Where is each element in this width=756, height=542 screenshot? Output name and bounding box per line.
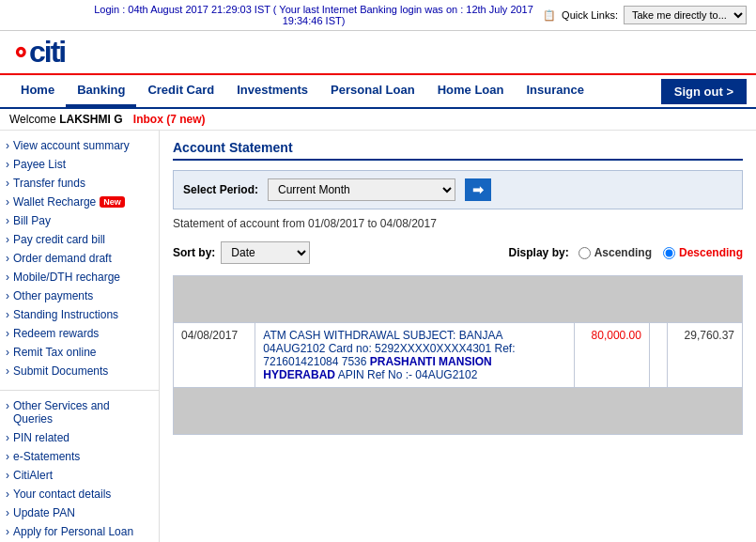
sidebar: View account summary Payee List Transfer… (0, 131, 160, 542)
nav-home[interactable]: Home (9, 75, 66, 107)
quick-links-icon: 📋 (543, 9, 556, 22)
sidebar-item-estatements[interactable]: e-Statements (0, 447, 159, 466)
transaction-credit (649, 323, 667, 388)
nav-banking[interactable]: Banking (66, 75, 136, 107)
nav-home-loan[interactable]: Home Loan (426, 75, 516, 107)
transaction-balance: 29,760.37 (668, 323, 743, 388)
content-title: Account Statement (173, 140, 743, 161)
login-info-text: Login : 04th August 2017 21:29:03 IST ( … (94, 4, 533, 26)
table-row: 04/08/2017 ATM CASH WITHDRAWAL SUBJECT: … (174, 323, 743, 388)
sidebar-item-remit-tax[interactable]: Remit Tax online (0, 343, 159, 362)
inbox-label[interactable]: Inbox (7 new) (133, 113, 206, 126)
select-period-label: Select Period: (183, 183, 258, 196)
sidebar-item-transfer-funds[interactable]: Transfer funds (0, 174, 159, 193)
sort-by-section: Sort by: Date Amount Description (173, 241, 310, 264)
nav-investments[interactable]: Investments (225, 75, 319, 107)
citi-logo-text: ⚬citi (9, 35, 65, 70)
logo-arc: ⚬ (9, 39, 29, 68)
sidebar-item-payee-list[interactable]: Payee List (0, 155, 159, 174)
sidebar-item-update-pan[interactable]: Update PAN (0, 503, 159, 522)
sidebar-item-other-payments[interactable]: Other payments (0, 286, 159, 305)
sidebar-item-wallet-recharge[interactable]: Wallet Recharge New (0, 193, 159, 211)
period-select[interactable]: Current Month Last Month Last 3 Months L… (268, 178, 455, 201)
content-area: Account Statement Select Period: Current… (160, 131, 756, 542)
gray-cell-top (174, 276, 743, 323)
table-row-gray-top (174, 276, 743, 323)
sidebar-item-pay-credit-card-bill[interactable]: Pay credit card bill (0, 230, 159, 249)
go-button[interactable]: ➡ (465, 178, 491, 201)
login-info: Login : 04th August 2017 21:29:03 IST ( … (85, 4, 543, 26)
sidebar-item-redeem-rewards[interactable]: Redeem rewards (0, 324, 159, 343)
sidebar-item-mobile-dth[interactable]: Mobile/DTH recharge (0, 268, 159, 286)
sort-by-label: Sort by: (173, 246, 215, 259)
welcome-prefix: Welcome (9, 113, 56, 126)
top-bar: Login : 04th August 2017 21:29:03 IST ( … (0, 0, 756, 31)
select-period-row: Select Period: Current Month Last Month … (173, 170, 743, 209)
ascending-label: Ascending (594, 246, 652, 259)
logo: ⚬citi (9, 35, 65, 70)
sidebar-item-pin-related[interactable]: PIN related (0, 428, 159, 447)
sidebar-item-view-account[interactable]: View account summary (0, 136, 159, 155)
inbox-count: 7 new (170, 113, 201, 126)
statement-info: Statement of account from 01/08/2017 to … (173, 217, 743, 230)
table-row-gray-bottom (174, 388, 743, 435)
sidebar-item-label: Wallet Recharge (13, 195, 96, 209)
sidebar-item-other-services[interactable]: Other Services and Queries (0, 396, 159, 428)
statement-table: 04/08/2017 ATM CASH WITHDRAWAL SUBJECT: … (173, 275, 743, 435)
sidebar-item-citialert[interactable]: CitiAlert (0, 466, 159, 485)
nav-bar: Home Banking Credit Card Investments Per… (0, 75, 756, 109)
welcome-name: LAKSHMI G (59, 113, 122, 126)
nav-insurance[interactable]: Insurance (515, 75, 594, 107)
nav-credit-card[interactable]: Credit Card (136, 75, 225, 107)
nav-links: Home Banking Credit Card Investments Per… (9, 75, 595, 107)
sidebar-item-apply-personal-loan[interactable]: Apply for Personal Loan (0, 522, 159, 541)
quick-links-section: 📋 Quick Links: Take me directly to... (543, 6, 747, 24)
sidebar-item-order-demand-draft[interactable]: Order demand draft (0, 249, 159, 268)
transaction-description: ATM CASH WITHDRAWAL SUBJECT: BANJAA 04AU… (255, 323, 575, 388)
display-by-label: Display by: (509, 246, 569, 259)
signout-button[interactable]: Sign out > (661, 79, 747, 104)
display-by-section: Display by: Ascending Descending (509, 246, 743, 259)
transaction-debit: 80,000.00 (575, 323, 650, 388)
descending-label: Descending (679, 246, 743, 259)
new-badge: New (100, 196, 125, 208)
descending-option[interactable]: Descending (663, 246, 743, 259)
sidebar-item-bill-pay[interactable]: Bill Pay (0, 211, 159, 230)
welcome-bar: Welcome LAKSHMI G Inbox (7 new) (0, 109, 756, 131)
nav-personal-loan[interactable]: Personal Loan (319, 75, 426, 107)
logo-bar: ⚬citi (0, 31, 756, 75)
ascending-radio[interactable] (579, 247, 591, 259)
sidebar-section-2: Other Services and Queries PIN related e… (0, 390, 159, 542)
sort-select[interactable]: Date Amount Description (221, 241, 310, 264)
sidebar-item-contact-details[interactable]: Your contact details (0, 485, 159, 503)
sort-display-row: Sort by: Date Amount Description Display… (173, 238, 743, 268)
transaction-date: 04/08/2017 (174, 323, 255, 388)
quick-links-label: Quick Links: (562, 9, 618, 21)
descending-radio[interactable] (663, 247, 675, 259)
sidebar-item-standing-instructions[interactable]: Standing Instructions (0, 305, 159, 324)
ascending-option[interactable]: Ascending (579, 246, 652, 259)
sidebar-item-submit-docs[interactable]: Submit Documents (0, 362, 159, 380)
gray-cell-bottom (174, 388, 743, 435)
quick-links-select[interactable]: Take me directly to... (624, 6, 747, 24)
radio-group: Ascending Descending (579, 246, 743, 259)
main-layout: View account summary Payee List Transfer… (0, 131, 756, 542)
